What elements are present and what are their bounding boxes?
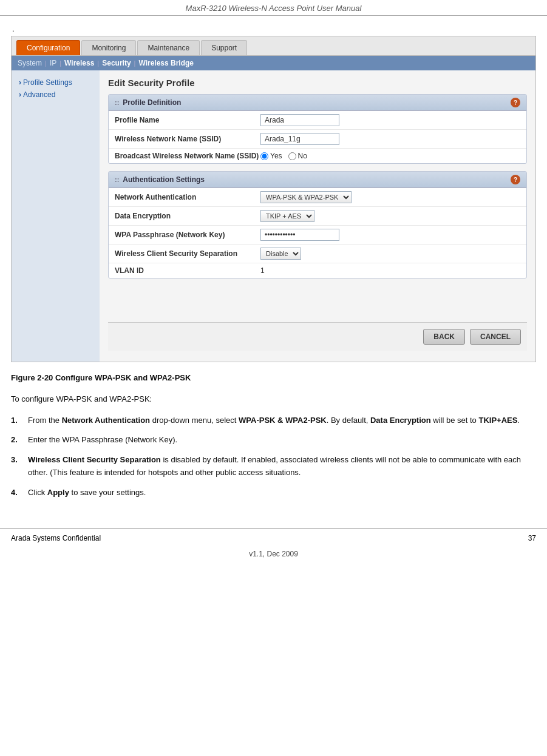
ssid-input[interactable] <box>260 133 339 145</box>
client-security-label: Wireless Client Security Separation <box>115 249 260 258</box>
wpa-passphrase-value <box>260 229 520 241</box>
vlan-id-label: VLAN ID <box>115 266 260 275</box>
footer-right: 37 <box>528 534 536 542</box>
vlan-id-value: 1 <box>260 266 520 275</box>
step-1: 1. From the Network Authentication drop-… <box>11 414 536 427</box>
vlan-id-row: VLAN ID 1 <box>109 263 526 278</box>
wpa-passphrase-input[interactable] <box>260 229 339 241</box>
auth-settings-card: :: Authentication Settings ? Network Aut… <box>108 171 527 278</box>
step-3: 3. Wireless Client Security Separation i… <box>11 454 536 479</box>
content-area: Profile Settings Advanced Edit Security … <box>12 70 535 362</box>
page-header: MaxR-3210 Wireless-N Access Point User M… <box>0 0 547 16</box>
nav-security[interactable]: Security <box>102 59 131 67</box>
profile-name-row: Profile Name <box>109 111 526 130</box>
broadcast-ssid-row: Broadcast Wireless Network Name (SSID) Y… <box>109 149 526 163</box>
sidebar: Profile Settings Advanced <box>12 70 100 362</box>
step-4-text: Click Apply to save your settings. <box>28 487 146 499</box>
profile-definition-title: Profile Definition <box>123 98 181 107</box>
ssid-label: Wireless Network Name (SSID) <box>115 135 260 143</box>
step-3-text: Wireless Client Security Separation is d… <box>28 454 536 479</box>
nav-bar: System | IP | Wireless | Security | Wire… <box>12 56 535 70</box>
data-encryption-row: Data Encryption TKIP + AES <box>109 207 526 226</box>
main-panel: Edit Security Profile :: Profile Definit… <box>100 70 535 362</box>
profile-name-input[interactable] <box>260 114 339 126</box>
broadcast-yes-radio[interactable] <box>260 152 268 160</box>
step-1-text: From the Network Authentication drop-dow… <box>28 414 520 427</box>
drag-handle-icon: :: <box>115 99 119 106</box>
nav-wireless-bridge[interactable]: Wireless Bridge <box>138 59 194 67</box>
ssid-row: Wireless Network Name (SSID) <box>109 130 526 149</box>
spacer <box>108 286 527 322</box>
data-encryption-value: TKIP + AES <box>260 210 520 222</box>
intro-text: To configure WPA-PSK and WPA2-PSK: <box>11 393 536 406</box>
sidebar-item-advanced[interactable]: Advanced <box>16 89 95 101</box>
back-button[interactable]: BACK <box>423 329 465 345</box>
auth-settings-title: Authentication Settings <box>123 175 205 184</box>
step-3-num: 3. <box>11 454 21 467</box>
dot-line: . <box>0 22 547 36</box>
broadcast-ssid-label: Broadcast Wireless Network Name (SSID) <box>115 152 260 160</box>
network-auth-label: Network Authentication <box>115 193 260 201</box>
sidebar-item-profile-settings[interactable]: Profile Settings <box>16 76 95 89</box>
ui-frame: Configuration Monitoring Maintenance Sup… <box>11 36 536 362</box>
wpa-passphrase-row: WPA Passphrase (Network Key) <box>109 226 526 245</box>
client-security-select[interactable]: Disable <box>260 248 301 260</box>
header-title: MaxR-3210 Wireless-N Access Point User M… <box>186 4 362 13</box>
button-bar: BACK CANCEL <box>108 322 527 351</box>
nav-ip[interactable]: IP <box>50 59 56 67</box>
figure-caption: Figure 2-20 Configure WPA-PSK and WPA2-P… <box>11 372 536 385</box>
help-icon-2[interactable]: ? <box>511 175 520 184</box>
footer-bottom: v1.1, Dec 2009 <box>0 547 547 561</box>
data-encryption-select[interactable]: TKIP + AES <box>260 210 314 222</box>
client-security-row: Wireless Client Security Separation Disa… <box>109 245 526 263</box>
profile-definition-header: :: Profile Definition ? <box>109 95 526 111</box>
tab-maintenance[interactable]: Maintenance <box>137 40 200 55</box>
profile-definition-card: :: Profile Definition ? Profile Name Wir… <box>108 94 527 164</box>
step-1-num: 1. <box>11 414 21 427</box>
nav-system[interactable]: System <box>18 59 42 67</box>
broadcast-no-option[interactable]: No <box>288 152 307 160</box>
tab-support[interactable]: Support <box>201 40 247 55</box>
page-footer: Arada Systems Confidential 37 <box>0 528 547 547</box>
body-content: Figure 2-20 Configure WPA-PSK and WPA2-P… <box>0 362 547 516</box>
cancel-button[interactable]: CANCEL <box>470 329 521 345</box>
profile-name-label: Profile Name <box>115 116 260 124</box>
auth-settings-header: :: Authentication Settings ? <box>109 172 526 188</box>
ssid-value <box>260 133 520 145</box>
step-2: 2. Enter the WPA Passphrase (Network Key… <box>11 434 536 447</box>
step-2-num: 2. <box>11 434 21 447</box>
tab-monitoring[interactable]: Monitoring <box>81 40 136 55</box>
tab-configuration[interactable]: Configuration <box>16 40 80 55</box>
data-encryption-label: Data Encryption <box>115 212 260 220</box>
nav-wireless[interactable]: Wireless <box>64 59 94 67</box>
footer-left: Arada Systems Confidential <box>11 534 101 542</box>
broadcast-yes-option[interactable]: Yes <box>260 152 282 160</box>
step-2-text: Enter the WPA Passphrase (Network Key). <box>28 434 177 447</box>
network-auth-row: Network Authentication WPA-PSK & WPA2-PS… <box>109 188 526 207</box>
network-auth-value: WPA-PSK & WPA2-PSK <box>260 191 520 203</box>
step-4-num: 4. <box>11 487 21 499</box>
client-security-value: Disable <box>260 248 520 260</box>
step-4: 4. Click Apply to save your settings. <box>11 487 536 499</box>
drag-handle-icon-2: :: <box>115 176 119 183</box>
tab-bar: Configuration Monitoring Maintenance Sup… <box>12 36 535 56</box>
broadcast-ssid-options: Yes No <box>260 152 520 160</box>
broadcast-no-radio[interactable] <box>288 152 296 160</box>
help-icon[interactable]: ? <box>511 98 520 107</box>
profile-name-value <box>260 114 520 126</box>
page-title: Edit Security Profile <box>108 78 527 88</box>
wpa-passphrase-label: WPA Passphrase (Network Key) <box>115 231 260 239</box>
network-auth-select[interactable]: WPA-PSK & WPA2-PSK <box>260 191 352 203</box>
